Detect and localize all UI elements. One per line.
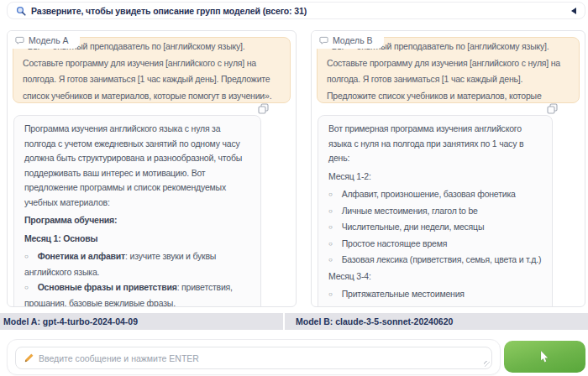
response-bullet-item: ○Простое настоящее время: [328, 237, 542, 253]
response-bullet-item: ○Базовая лексика (приветствия, семья, цв…: [328, 253, 542, 269]
copy-button[interactable]: [256, 102, 270, 116]
copy-icon: [258, 103, 269, 114]
bullet-marker-icon: ○: [328, 304, 333, 308]
message-input[interactable]: [39, 353, 484, 363]
pencil-icon: [24, 353, 34, 363]
model-a-panel: «Вы — опытный преподаватель по [английск…: [7, 30, 297, 307]
response-heading: Программа обучения:: [24, 213, 250, 228]
response-bullet-item: ○Настоящее продолженное время: [328, 304, 542, 308]
resize-grip[interactable]: [484, 361, 490, 367]
chat-bubble-icon: [319, 36, 328, 45]
model-b-panel: «Вы — опытный преподаватель по [английск…: [311, 30, 585, 307]
bullet-marker-icon: ○: [328, 220, 333, 235]
response-bullet-item: ○Фонетика и алфавит: изучите звуки и бук…: [24, 249, 250, 279]
response-paragraph: Месяц 1-2:: [328, 170, 542, 185]
send-button[interactable]: [504, 341, 585, 373]
response-paragraph: Месяц 3-4:: [328, 269, 542, 285]
copy-button[interactable]: [545, 102, 559, 116]
bullet-marker-icon: ○: [328, 287, 333, 302]
chatbot-label-text: Модель B: [333, 35, 373, 45]
bullet-marker-icon: ○: [24, 280, 29, 295]
collapse-arrow-icon[interactable]: [571, 8, 576, 14]
response-bullet-item: ○Личные местоимения, глагол to be: [328, 204, 542, 220]
chat-bubble-icon: [15, 36, 24, 45]
search-icon: [16, 6, 26, 16]
model-groups-accordion[interactable]: Разверните, чтобы увидеть описание групп…: [7, 2, 585, 19]
response-heading: Месяц 1: Основы: [24, 232, 250, 247]
response-bullet-item: ○Притяжательные местоимения: [328, 287, 542, 303]
arena-compare-page: Разверните, чтобы увидеть описание групп…: [0, 0, 588, 376]
bullet-marker-icon: ○: [328, 237, 333, 252]
bullet-marker-icon: ○: [328, 187, 333, 202]
model-a-response: Программа изучения английского языка с н…: [13, 115, 261, 307]
message-input-wrapper[interactable]: [15, 347, 492, 369]
model-a-name: Model A: gpt-4-turbo-2024-04-09: [0, 313, 283, 330]
model-b-name: Model B: claude-3-5-sonnet-20240620: [285, 313, 588, 330]
bullet-marker-icon: ○: [328, 253, 333, 268]
bullet-marker-icon: ○: [24, 249, 29, 264]
model-b-chatbot-label: Модель B: [312, 31, 384, 49]
response-paragraph: Вот примерная программа изучения английс…: [328, 122, 542, 166]
accordion-label: Разверните, чтобы увидеть описание групп…: [31, 6, 566, 16]
copy-icon: [547, 103, 558, 114]
chatbot-label-text: Модель A: [29, 35, 69, 45]
response-paragraph: Программа изучения английского языка с н…: [24, 122, 250, 210]
mouse-pointer-icon: [540, 351, 549, 363]
response-bullet-item: ○Основные фразы и приветствия: приветств…: [24, 280, 250, 307]
model-b-response: Вот примерная программа изучения английс…: [318, 115, 553, 307]
bullet-marker-icon: ○: [328, 204, 333, 219]
model-a-chatbot-label: Модель A: [8, 31, 80, 49]
composer-card: [7, 339, 501, 375]
response-bullet-item: ○Алфавит, произношение, базовая фонетика: [328, 187, 542, 203]
response-bullet-item: ○Числительные, дни недели, месяцы: [328, 220, 542, 236]
